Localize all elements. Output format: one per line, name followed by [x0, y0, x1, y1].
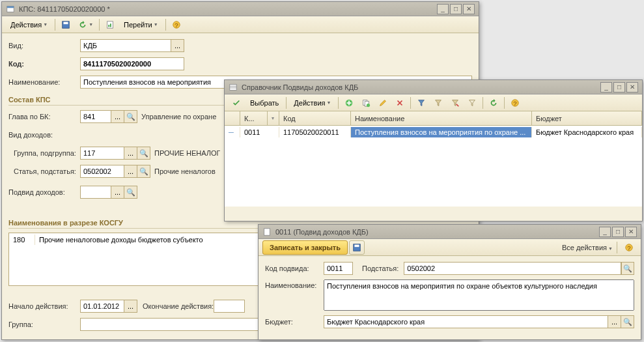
actions-menu[interactable]: Действия▼: [289, 96, 335, 109]
statya-label: Статья, подстатья:: [8, 167, 80, 175]
gruppa-search-button[interactable]: 🔍: [137, 147, 150, 160]
glava-input[interactable]: [80, 110, 111, 123]
row-kod-cell: 11705020020011: [279, 127, 351, 137]
statya-input[interactable]: [80, 165, 124, 178]
svg-text:?: ?: [514, 99, 517, 106]
minimize-button[interactable]: _: [437, 4, 449, 14]
search-icon: 🔍: [139, 149, 148, 158]
kod-podvida-label: Код подвида:: [265, 264, 324, 272]
select-button[interactable]: Выбрать: [245, 96, 283, 109]
row-k-cell: 0011: [240, 127, 279, 137]
help-icon[interactable]: ?: [507, 96, 523, 109]
maximize-button[interactable]: □: [450, 4, 462, 14]
toolbar: Записать и закрыть Все действия▼ ?: [259, 239, 641, 256]
window-title: 0011 (Подвид доходов КДБ): [275, 228, 599, 236]
glava-ellipsis-button[interactable]: ...: [111, 110, 124, 123]
budget-label: Бюджет:: [265, 318, 324, 326]
budget-search-button[interactable]: 🔍: [621, 315, 634, 328]
help-icon[interactable]: ?: [169, 18, 184, 31]
naim-textarea[interactable]: [324, 279, 634, 311]
report-icon[interactable]: [102, 18, 118, 31]
copy-icon[interactable]: [358, 96, 374, 109]
close-button[interactable]: ✕: [626, 82, 638, 93]
okonch-label: Окончание действия:: [143, 302, 214, 310]
actions-menu[interactable]: Действия▼: [6, 18, 52, 31]
all-actions-menu[interactable]: Все действия▼: [562, 244, 613, 251]
okonch-input[interactable]: [214, 300, 245, 313]
titlebar[interactable]: 0011 (Подвид доходов КДБ) _ □ ✕: [259, 225, 641, 239]
reference-table: К... ▾ Код Наименование Бюджет ─ 0011 11…: [225, 111, 642, 207]
statya-search-button[interactable]: 🔍: [137, 165, 150, 178]
nachalo-ellipsis-button[interactable]: ...: [124, 300, 137, 313]
glava-label: Глава по БК:: [8, 113, 80, 121]
window-title: Справочник Подвиды доходов КДБ: [242, 83, 600, 91]
svg-point-15: [367, 103, 370, 106]
col-indicator[interactable]: [225, 111, 240, 125]
gruppa-label: Группа, подгруппа:: [8, 149, 80, 157]
col-sort-icon[interactable]: ▾: [268, 111, 279, 125]
minimize-button[interactable]: _: [600, 82, 612, 93]
chevron-down-icon: ▼: [327, 100, 331, 105]
row-indicator-icon: ─: [225, 127, 240, 137]
search-icon: 🔍: [139, 167, 148, 176]
search-icon: 🔍: [623, 318, 632, 326]
maximize-button[interactable]: □: [612, 227, 624, 237]
save-and-close-button[interactable]: Записать и закрыть: [262, 240, 348, 255]
filter-reset-icon[interactable]: [464, 96, 480, 109]
edit-icon[interactable]: [375, 96, 391, 109]
gruppa-ellipsis-button[interactable]: ...: [124, 147, 137, 160]
search-icon: 🔍: [623, 264, 632, 273]
titlebar[interactable]: КПС: 84111705020020000 * _ □ ✕: [2, 2, 479, 16]
kod-input[interactable]: [80, 57, 184, 70]
delete-icon[interactable]: [392, 96, 408, 109]
chevron-down-icon: ▼: [43, 22, 48, 27]
col-k[interactable]: К...: [240, 111, 268, 125]
svg-rect-21: [355, 244, 359, 247]
add-icon[interactable]: [341, 96, 357, 109]
save-button[interactable]: [349, 240, 365, 255]
gruppa-input[interactable]: [80, 147, 124, 160]
close-button[interactable]: ✕: [463, 4, 475, 14]
kod-podvida-input[interactable]: [324, 262, 353, 275]
save-icon[interactable]: [58, 18, 74, 31]
chevron-down-icon: ▼: [608, 246, 613, 251]
maximize-button[interactable]: □: [613, 82, 625, 93]
table-row[interactable]: ─ 0011 11705020020011 Поступления взносо…: [225, 126, 642, 139]
podstatya-input[interactable]: [404, 262, 621, 275]
budget-ellipsis-button[interactable]: ...: [608, 315, 621, 328]
titlebar[interactable]: Справочник Подвиды доходов КДБ _ □ ✕: [225, 80, 642, 94]
podvid-input[interactable]: [80, 186, 111, 199]
podstatya-label: Подстатья:: [362, 264, 399, 272]
select-icon[interactable]: [229, 96, 244, 109]
col-naim[interactable]: Наименование: [351, 111, 532, 125]
gruppa2-label: Группа:: [8, 321, 80, 328]
nachalo-input[interactable]: [80, 300, 124, 313]
goto-menu[interactable]: Перейти▼: [119, 18, 163, 31]
minimize-button[interactable]: _: [599, 227, 611, 237]
podvid-ellipsis-button[interactable]: ...: [111, 186, 124, 199]
filter3-icon[interactable]: [447, 96, 463, 109]
col-budget[interactable]: Бюджет: [532, 111, 642, 125]
glava-search-button[interactable]: 🔍: [124, 110, 137, 123]
window-title: КПС: 84111705020020000 *: [19, 5, 437, 13]
help-icon[interactable]: ?: [621, 241, 637, 254]
filter2-icon[interactable]: [430, 96, 446, 109]
refresh-icon[interactable]: ▼: [75, 18, 96, 31]
row-budget-cell: Бюджет Краснодарского края: [532, 127, 642, 137]
vid-ellipsis-button[interactable]: ...: [171, 39, 184, 52]
filter1-icon[interactable]: [413, 96, 429, 109]
podvid-search-button[interactable]: 🔍: [124, 186, 137, 199]
reference-window: Справочник Подвиды доходов КДБ _ □ ✕ Выб…: [224, 79, 643, 221]
budget-input[interactable]: [324, 315, 608, 328]
close-button[interactable]: ✕: [625, 227, 637, 237]
search-icon: 🔍: [126, 188, 135, 197]
kosgu-code-cell: 180: [9, 235, 35, 245]
search-icon: 🔍: [126, 113, 135, 121]
statya-ellipsis-button[interactable]: ...: [124, 165, 137, 178]
vid-input[interactable]: [80, 39, 171, 52]
viddoh-label: Вид доходов:: [8, 131, 80, 139]
col-kod[interactable]: Код: [279, 111, 351, 125]
podstatya-search-button[interactable]: 🔍: [621, 262, 634, 275]
svg-rect-9: [230, 84, 237, 90]
refresh-icon[interactable]: [486, 96, 501, 109]
